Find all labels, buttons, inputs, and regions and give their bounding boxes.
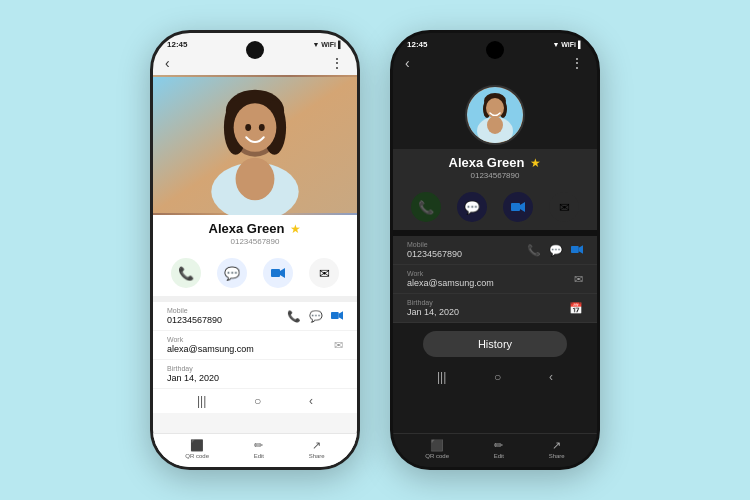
mini-msg-icon-dark[interactable]: 💬 <box>549 244 563 257</box>
bottom-bar-dark: ⬛ QR code ✏ Edit ↗ Share <box>393 433 597 467</box>
edit-button-dark[interactable]: ✏ Edit <box>494 439 504 459</box>
mini-mail-icon-dark[interactable]: ✉ <box>574 273 583 286</box>
contact-name-light: Alexa Green <box>209 221 285 236</box>
contact-photo-light <box>153 75 357 215</box>
mobile-row-dark: Mobile 01234567890 📞 💬 <box>393 236 597 265</box>
nav-bar-dark: ||| ○ ‹ <box>393 365 597 389</box>
history-button-dark[interactable]: History <box>423 331 567 357</box>
home-icon-light[interactable]: ○ <box>254 394 261 408</box>
svg-marker-11 <box>280 268 285 278</box>
work-row-light: Work alexa@samsung.com ✉ <box>153 331 357 360</box>
star-icon-light[interactable]: ★ <box>290 222 301 236</box>
status-icons-dark: ▼ WiFi ▌ <box>552 41 583 48</box>
work-label-light: Work <box>167 336 254 343</box>
share-button-dark[interactable]: ↗ Share <box>549 439 565 459</box>
message-button-dark[interactable]: 💬 <box>457 192 487 222</box>
dark-phone: 12:45 ▼ WiFi ▌ ‹ ⋮ Alexa Green ★ 01 <box>390 30 600 470</box>
mini-mail-icon-light[interactable]: ✉ <box>334 339 343 352</box>
birthday-value-light: Jan 14, 2020 <box>167 373 219 383</box>
contact-number-light: 01234567890 <box>167 237 343 246</box>
edit-button-light[interactable]: ✏ Edit <box>254 439 264 459</box>
contact-info-dark: Alexa Green ★ 01234567890 <box>393 149 597 184</box>
birthday-actions-dark: 📅 <box>569 302 583 315</box>
work-actions-dark: ✉ <box>574 273 583 286</box>
time-light: 12:45 <box>167 40 187 49</box>
back-button-dark[interactable]: ‹ <box>405 55 410 71</box>
hero-image-light <box>153 75 357 215</box>
mobile-label-dark: Mobile <box>407 241 462 248</box>
action-icons-dark: 📞 💬 ✉ <box>393 184 597 230</box>
menu-button-dark[interactable]: ⋮ <box>570 55 585 71</box>
birthday-row-dark: Birthday Jan 14, 2020 📅 <box>393 294 597 323</box>
mobile-label-light: Mobile <box>167 307 222 314</box>
svg-marker-13 <box>339 311 343 320</box>
back-nav-icon-light[interactable]: ‹ <box>309 394 313 408</box>
svg-marker-23 <box>520 202 525 212</box>
svg-point-9 <box>236 158 275 201</box>
birthday-label-light: Birthday <box>167 365 219 372</box>
nav-bar-light: ||| ○ ‹ <box>153 389 357 413</box>
svg-point-21 <box>487 116 503 134</box>
menu-button-light[interactable]: ⋮ <box>330 55 345 71</box>
mobile-row-light: Mobile 01234567890 📞 💬 <box>153 302 357 331</box>
svg-point-7 <box>259 124 265 131</box>
mail-button-light[interactable]: ✉ <box>309 258 339 288</box>
avatar-dark <box>465 85 525 145</box>
back-button-light[interactable]: ‹ <box>165 55 170 71</box>
contact-number-dark: 01234567890 <box>407 171 583 180</box>
recents-icon-light[interactable]: ||| <box>197 394 206 408</box>
star-icon-dark[interactable]: ★ <box>530 156 541 170</box>
recents-icon-dark[interactable]: ||| <box>437 370 446 384</box>
work-value-light[interactable]: alexa@samsung.com <box>167 344 254 354</box>
mail-button-dark[interactable]: ✉ <box>549 192 579 222</box>
svg-marker-25 <box>579 245 583 254</box>
contact-name-row-dark: Alexa Green ★ <box>407 155 583 170</box>
call-button-dark[interactable]: 📞 <box>411 192 441 222</box>
svg-rect-12 <box>331 312 339 319</box>
action-icons-light: 📞 💬 ✉ <box>153 250 357 296</box>
mini-msg-icon-light[interactable]: 💬 <box>309 310 323 323</box>
call-button-light[interactable]: 📞 <box>171 258 201 288</box>
notch-dark <box>486 41 504 59</box>
message-button-light[interactable]: 💬 <box>217 258 247 288</box>
mini-video-icon-dark[interactable] <box>571 244 583 256</box>
birthday-row-light: Birthday Jan 14, 2020 <box>153 360 357 389</box>
work-value-dark[interactable]: alexa@samsung.com <box>407 278 494 288</box>
contact-info-light: Alexa Green ★ 01234567890 <box>153 215 357 250</box>
video-button-light[interactable] <box>263 258 293 288</box>
contact-name-row-light: Alexa Green ★ <box>167 221 343 236</box>
time-dark: 12:45 <box>407 40 427 49</box>
work-label-dark: Work <box>407 270 494 277</box>
svg-rect-24 <box>571 246 579 253</box>
work-actions-light: ✉ <box>334 339 343 352</box>
mini-call-icon-dark[interactable]: 📞 <box>527 244 541 257</box>
mobile-actions-light: 📞 💬 <box>287 310 343 323</box>
mobile-value-dark[interactable]: 01234567890 <box>407 249 462 259</box>
back-nav-icon-dark[interactable]: ‹ <box>549 370 553 384</box>
svg-rect-22 <box>511 203 520 211</box>
light-phone: 12:45 ▼ WiFi ▌ ‹ ⋮ <box>150 30 360 470</box>
qrcode-button-dark[interactable]: ⬛ QR code <box>425 439 449 459</box>
contact-name-dark: Alexa Green <box>449 155 525 170</box>
svg-rect-10 <box>271 269 280 277</box>
mini-video-icon-light[interactable] <box>331 310 343 322</box>
svg-point-5 <box>234 103 277 152</box>
info-section-light: Mobile 01234567890 📞 💬 Work alexa@samsun… <box>153 302 357 389</box>
birthday-label-dark: Birthday <box>407 299 459 306</box>
share-button-light[interactable]: ↗ Share <box>309 439 325 459</box>
bottom-bar-light: ⬛ QR code ✏ Edit ↗ Share <box>153 433 357 467</box>
mobile-actions-dark: 📞 💬 <box>527 244 583 257</box>
mobile-value-light[interactable]: 01234567890 <box>167 315 222 325</box>
video-button-dark[interactable] <box>503 192 533 222</box>
calendar-icon-dark: 📅 <box>569 302 583 315</box>
svg-point-6 <box>245 124 251 131</box>
birthday-value-dark: Jan 14, 2020 <box>407 307 459 317</box>
info-section-dark: Mobile 01234567890 📞 💬 Work alexa@samsun… <box>393 236 597 323</box>
home-icon-dark[interactable]: ○ <box>494 370 501 384</box>
notch <box>246 41 264 59</box>
qrcode-button-light[interactable]: ⬛ QR code <box>185 439 209 459</box>
mini-call-icon-light[interactable]: 📞 <box>287 310 301 323</box>
status-icons-light: ▼ WiFi ▌ <box>312 41 343 48</box>
work-row-dark: Work alexa@samsung.com ✉ <box>393 265 597 294</box>
